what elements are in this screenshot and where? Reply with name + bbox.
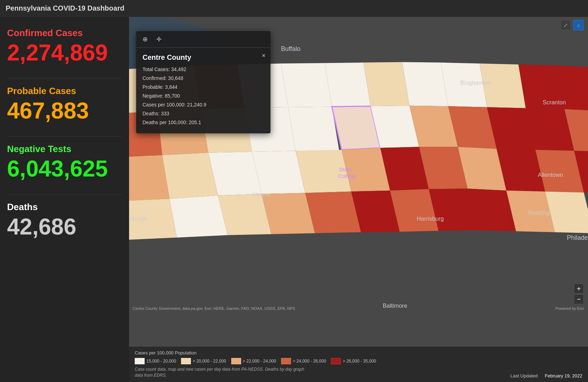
popup-deaths-label: Deaths: [142, 111, 159, 116]
popup-content: × Centre County Total Cases: 34,492 Conf… [136, 48, 270, 133]
main-layout: Confirmed Cases 2,274,869 Probable Cases… [0, 17, 588, 382]
legend-color-4 [331, 358, 341, 364]
popup-close-button[interactable]: × [262, 52, 266, 59]
legend-items: 15,000 - 20,000> 20,000 - 22,000> 22,000… [135, 358, 582, 364]
county-york[interactable] [305, 191, 361, 233]
legend-label-2: > 22,000 - 24,000 [243, 359, 276, 364]
popup-confirmed-label: Confirmed: [142, 75, 167, 81]
map-area[interactable]: Buffalo Binghamton Scranton Pittsburgh A… [129, 17, 588, 382]
popup-negative-value: 85,700 [165, 93, 180, 99]
powered-by-label: Powered by Esri [555, 306, 584, 311]
county-jefferson[interactable] [281, 63, 332, 107]
label-binghamton: Binghamton [460, 80, 491, 86]
legend-item-2: > 22,000 - 24,000 [231, 358, 276, 364]
county-fayette[interactable] [162, 153, 218, 199]
zoom-tool-button[interactable]: ⊕ [141, 35, 149, 44]
deaths-value: 42,686 [7, 215, 122, 238]
legend-label-0: 15,000 - 20,000 [146, 359, 176, 364]
county-centre-n[interactable] [363, 62, 409, 106]
popup-cases-per-100k-value: 21,240.9 [187, 102, 206, 108]
popup-total-cases: Total Cases: 34,492 [142, 66, 264, 73]
confirmed-cases-section: Confirmed Cases 2,274,869 [7, 28, 122, 64]
county-blair[interactable] [288, 107, 339, 151]
legend-item-3: > 24,000 - 26,000 [281, 358, 326, 364]
county-fulton[interactable] [169, 195, 227, 237]
label-state-college2: College [338, 173, 356, 179]
popup-negative: Negative: 85,700 [142, 92, 264, 100]
popup-cases-per-100k-label: Cases per 100,000: [142, 102, 186, 108]
legend-label-4: > 26,000 - 35,000 [343, 359, 376, 364]
expand-map-button[interactable]: ⤢ [560, 20, 571, 30]
popup-deaths-per-100k: Deaths per 100,000: 205.1 [142, 119, 264, 126]
divider-1 [7, 78, 122, 79]
legend-color-3 [281, 358, 291, 364]
pan-tool-button[interactable]: ✛ [155, 35, 163, 44]
negative-tests-label: Negative Tests [7, 144, 122, 155]
popup-total-cases-value: 34,492 [171, 66, 186, 72]
popup-probable: Probable: 3,844 [142, 83, 264, 91]
popup-deaths-value: 333 [161, 111, 169, 116]
legend-item-0: 15,000 - 20,000 [135, 358, 176, 364]
popup-probable-label: Probable: [142, 84, 164, 90]
divider-3 [7, 194, 122, 195]
zoom-controls: + − [574, 284, 584, 304]
popup-toolbar: ⊕ ✛ [136, 31, 270, 48]
label-buffalo: Buffalo [281, 45, 301, 52]
popup-cases-per-100k: Cases per 100,000: 21,240.9 [142, 101, 264, 109]
county-clearfield[interactable] [325, 63, 371, 107]
zoom-out-button[interactable]: − [574, 294, 584, 304]
label-allentown: Allentown [538, 172, 563, 178]
divider-2 [7, 136, 122, 137]
map-background[interactable]: Buffalo Binghamton Scranton Pittsburgh A… [129, 17, 588, 347]
negative-tests-value: 6,043,625 [7, 157, 122, 180]
last-updated-container: Last Updated February 19, 2022 [510, 373, 582, 378]
popup-deaths-per-100k-value: 205.1 [189, 120, 201, 125]
deaths-section: Deaths 42,686 [7, 202, 122, 238]
popup-confirmed: Confirmed: 30,648 [142, 75, 264, 82]
label-pittsburgh: Pittsburgh [129, 215, 147, 222]
county-popup: ⊕ ✛ × Centre County Total Cases: 34,492 … [136, 31, 270, 133]
popup-negative-label: Negative: [142, 93, 163, 99]
legend-area: Cases per 100,000 Population 15,000 - 20… [129, 347, 588, 382]
legend-title: Cases per 100,000 Population [135, 350, 582, 355]
home-map-button[interactable]: ⌂ [573, 20, 584, 30]
app-title: Pennsylvania COVID-19 Dashboard [6, 4, 124, 12]
deaths-label: Deaths [7, 202, 122, 213]
legend-label-3: > 24,000 - 26,000 [293, 359, 326, 364]
popup-probable-value: 3,844 [165, 84, 177, 90]
label-philadelphia: Philadelphia [567, 234, 588, 241]
popup-county-title: Centre County [142, 53, 264, 62]
map-attribution: Centre County Government, data.pa.gov, E… [133, 306, 295, 311]
legend-item-4: > 26,000 - 35,000 [331, 358, 376, 364]
popup-deaths-per-100k-label: Deaths per 100,000: [142, 120, 187, 125]
label-baltimore: Baltimore [383, 302, 407, 309]
legend-color-2 [231, 358, 241, 364]
last-updated-label: Last Updated [510, 373, 537, 378]
probable-cases-section: Probable Cases 467,883 [7, 86, 122, 122]
label-state-college: State [339, 166, 351, 172]
negative-tests-section: Negative Tests 6,043,625 [7, 144, 122, 180]
home-icon: ⌂ [577, 22, 580, 28]
probable-cases-label: Probable Cases [7, 86, 122, 97]
confirmed-cases-value: 2,274,869 [7, 41, 122, 64]
last-updated-value: February 19, 2022 [545, 373, 582, 378]
zoom-in-button[interactable]: + [574, 284, 584, 294]
legend-color-0 [135, 358, 145, 364]
county-clinton[interactable] [402, 62, 448, 106]
label-altoona: Altoona [252, 191, 270, 197]
source-note: Case count data, map and new cases per d… [135, 366, 312, 378]
legend-bottom: Case count data, map and new cases per d… [135, 366, 582, 378]
popup-deaths: Deaths: 333 [142, 110, 264, 117]
popup-total-cases-label: Total Cases: [142, 66, 170, 72]
legend-color-1 [181, 358, 191, 364]
legend-label-1: > 20,000 - 22,000 [193, 359, 226, 364]
legend-item-1: > 20,000 - 22,000 [181, 358, 226, 364]
expand-icon: ⤢ [564, 22, 568, 28]
probable-cases-value: 467,883 [7, 99, 122, 122]
label-scranton: Scranton [543, 99, 566, 105]
popup-confirmed-value: 30,648 [168, 75, 183, 81]
title-bar: Pennsylvania COVID-19 Dashboard [0, 0, 588, 17]
confirmed-cases-label: Confirmed Cases [7, 28, 122, 39]
map-top-controls: ⤢ ⌂ [560, 20, 584, 30]
sidebar: Confirmed Cases 2,274,869 Probable Cases… [0, 17, 129, 382]
